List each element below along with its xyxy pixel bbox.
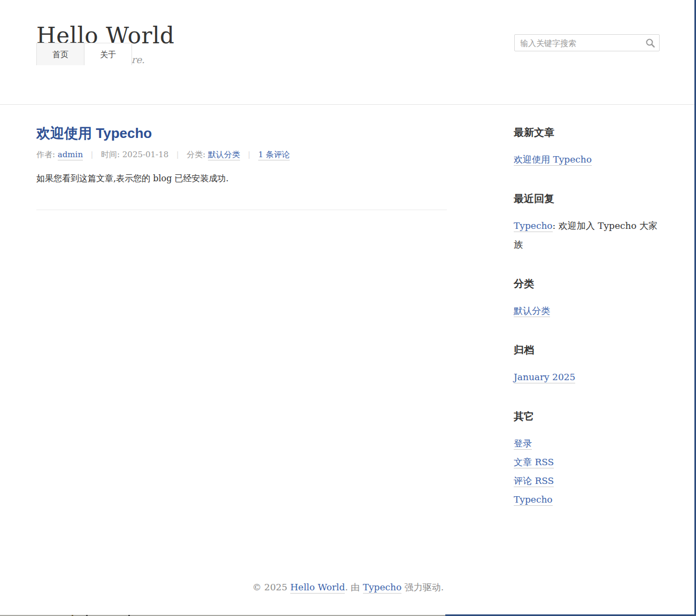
- main-nav: 首页 关于: [36, 43, 132, 65]
- post-title-link[interactable]: 欢迎使用 Typecho: [36, 125, 152, 141]
- category-link[interactable]: 默认分类: [208, 150, 240, 160]
- footer-engine-link[interactable]: Typecho: [363, 582, 402, 594]
- list-item: 欢迎使用 Typecho: [514, 150, 660, 169]
- list-item: 默认分类: [514, 302, 660, 320]
- meta-separator: |: [248, 150, 250, 159]
- reply-author-link[interactable]: Typecho: [514, 220, 553, 232]
- list-item: 评论 RSS: [514, 472, 660, 490]
- post-title: 欢迎使用 Typecho: [36, 126, 447, 141]
- search-button[interactable]: [641, 35, 659, 51]
- taskbar-edge: [0, 613, 696, 616]
- post-divider: [36, 210, 447, 210]
- widget-title: 最近回复: [514, 192, 660, 206]
- comment-rss-link[interactable]: 评论 RSS: [514, 475, 554, 487]
- post-meta: 作者: admin|时间: 2025-01-18|分类: 默认分类|1 条评论: [36, 150, 447, 160]
- login-link[interactable]: 登录: [514, 438, 532, 450]
- content-area: 欢迎使用 Typecho 作者: admin|时间: 2025-01-18|分类…: [36, 105, 660, 532]
- footer-middle-text: . 由: [345, 582, 362, 592]
- nav-tab-about[interactable]: 关于: [84, 43, 132, 65]
- post: 欢迎使用 Typecho 作者: admin|时间: 2025-01-18|分类…: [36, 126, 447, 210]
- widget-recent-replies: 最近回复 Typecho: 欢迎加入 Typecho 大家族: [514, 192, 660, 254]
- meta-separator: |: [176, 150, 179, 159]
- widget-misc: 其它 登录 文章 RSS 评论 RSS Typecho: [514, 410, 660, 509]
- widget-title: 最新文章: [514, 126, 660, 140]
- post-rss-link[interactable]: 文章 RSS: [514, 457, 554, 468]
- comments-link[interactable]: 1 条评论: [258, 150, 290, 160]
- category-item-link[interactable]: 默认分类: [514, 305, 550, 317]
- widget-recent-posts: 最新文章 欢迎使用 Typecho: [514, 126, 660, 169]
- footer-site-link[interactable]: Hello World: [290, 582, 345, 594]
- category-label: 分类:: [187, 150, 208, 159]
- search-input[interactable]: [515, 35, 641, 51]
- typecho-link[interactable]: Typecho: [514, 494, 553, 506]
- widget-categories: 分类 默认分类: [514, 277, 660, 320]
- widget-title: 分类: [514, 277, 660, 291]
- search-box: [514, 34, 660, 51]
- search-icon: [645, 38, 655, 48]
- recent-post-link[interactable]: 欢迎使用 Typecho: [514, 154, 592, 166]
- widget-title: 其它: [514, 410, 660, 424]
- main-column: 欢迎使用 Typecho 作者: admin|时间: 2025-01-18|分类…: [36, 126, 447, 532]
- list-item: Typecho: [514, 490, 660, 509]
- list-item: 登录: [514, 434, 660, 453]
- post-date: 时间: 2025-01-18: [101, 150, 168, 159]
- author-label: 作者:: [36, 150, 58, 159]
- list-item: January 2025: [514, 368, 660, 387]
- nav-tab-home[interactable]: 首页: [36, 43, 84, 65]
- widget-archives: 归档 January 2025: [514, 343, 660, 387]
- post-body: 如果您看到这篇文章,表示您的 blog 已经安装成功.: [36, 172, 447, 185]
- site-footer: © 2025 Hello World. 由 Typecho 强力驱动.: [0, 581, 696, 594]
- footer-suffix-text: 强力驱动.: [401, 582, 444, 592]
- widget-title: 归档: [514, 343, 660, 357]
- site-header: Hello World Your description here. 首页 关于: [0, 0, 696, 105]
- meta-separator: |: [91, 150, 93, 159]
- sidebar: 最新文章 欢迎使用 Typecho 最近回复 Typecho: 欢迎加入 Typ…: [514, 126, 660, 532]
- list-item: 文章 RSS: [514, 453, 660, 472]
- author-link[interactable]: admin: [58, 150, 83, 160]
- copyright-text: © 2025: [252, 582, 290, 592]
- list-item: Typecho: 欢迎加入 Typecho 大家族: [514, 217, 660, 254]
- archive-link[interactable]: January 2025: [514, 372, 575, 383]
